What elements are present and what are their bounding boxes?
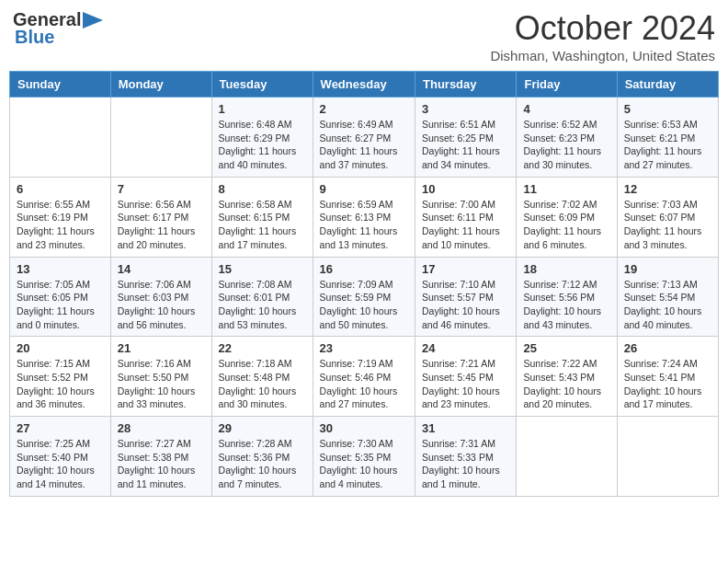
day-info: Sunrise: 7:16 AM Sunset: 5:50 PM Dayligh… <box>118 357 205 411</box>
calendar-cell: 1Sunrise: 6:48 AM Sunset: 6:29 PM Daylig… <box>211 98 313 178</box>
logo-arrow-icon <box>83 12 103 29</box>
day-number: 1 <box>219 102 306 116</box>
day-info: Sunrise: 7:02 AM Sunset: 6:09 PM Dayligh… <box>523 198 609 252</box>
day-number: 10 <box>422 182 509 196</box>
day-number: 28 <box>118 421 205 435</box>
day-info: Sunrise: 6:56 AM Sunset: 6:17 PM Dayligh… <box>118 198 205 252</box>
location-subtitle: Dishman, Washington, United States <box>490 48 715 63</box>
calendar-cell: 25Sunrise: 7:22 AM Sunset: 5:43 PM Dayli… <box>517 337 617 417</box>
calendar-cell: 11Sunrise: 7:02 AM Sunset: 6:09 PM Dayli… <box>517 177 617 257</box>
day-info: Sunrise: 7:09 AM Sunset: 5:59 PM Dayligh… <box>320 278 408 332</box>
day-number: 22 <box>219 341 306 355</box>
page-header: General Blue October 2024 Dishman, Washi… <box>9 9 719 63</box>
day-number: 14 <box>118 262 205 276</box>
calendar-week-row: 6Sunrise: 6:55 AM Sunset: 6:19 PM Daylig… <box>10 177 719 257</box>
calendar-week-row: 1Sunrise: 6:48 AM Sunset: 6:29 PM Daylig… <box>10 98 719 178</box>
calendar-cell: 31Sunrise: 7:31 AM Sunset: 5:33 PM Dayli… <box>415 417 517 497</box>
day-number: 29 <box>219 421 306 435</box>
calendar-cell: 26Sunrise: 7:24 AM Sunset: 5:41 PM Dayli… <box>617 337 718 417</box>
day-number: 4 <box>523 102 609 116</box>
weekday-header-friday: Friday <box>517 72 617 98</box>
day-number: 9 <box>320 182 408 196</box>
day-number: 15 <box>219 262 306 276</box>
calendar-table: SundayMondayTuesdayWednesdayThursdayFrid… <box>9 71 719 497</box>
day-info: Sunrise: 6:52 AM Sunset: 6:23 PM Dayligh… <box>523 118 609 172</box>
weekday-header-wednesday: Wednesday <box>313 72 415 98</box>
calendar-cell: 23Sunrise: 7:19 AM Sunset: 5:46 PM Dayli… <box>313 337 415 417</box>
calendar-cell: 14Sunrise: 7:06 AM Sunset: 6:03 PM Dayli… <box>110 257 211 337</box>
day-number: 24 <box>422 341 509 355</box>
calendar-cell: 22Sunrise: 7:18 AM Sunset: 5:48 PM Dayli… <box>211 337 313 417</box>
calendar-cell: 21Sunrise: 7:16 AM Sunset: 5:50 PM Dayli… <box>110 337 211 417</box>
day-info: Sunrise: 7:22 AM Sunset: 5:43 PM Dayligh… <box>523 357 609 411</box>
day-info: Sunrise: 7:25 AM Sunset: 5:40 PM Dayligh… <box>17 437 104 491</box>
day-info: Sunrise: 6:59 AM Sunset: 6:13 PM Dayligh… <box>320 198 408 252</box>
day-info: Sunrise: 6:51 AM Sunset: 6:25 PM Dayligh… <box>422 118 509 172</box>
day-number: 30 <box>320 421 408 435</box>
weekday-header-monday: Monday <box>110 72 211 98</box>
calendar-cell: 15Sunrise: 7:08 AM Sunset: 6:01 PM Dayli… <box>211 257 313 337</box>
calendar-cell <box>10 98 111 178</box>
calendar-cell: 2Sunrise: 6:49 AM Sunset: 6:27 PM Daylig… <box>313 98 415 178</box>
calendar-cell: 7Sunrise: 6:56 AM Sunset: 6:17 PM Daylig… <box>110 177 211 257</box>
day-number: 2 <box>320 102 408 116</box>
calendar-cell: 9Sunrise: 6:59 AM Sunset: 6:13 PM Daylig… <box>313 177 415 257</box>
calendar-cell: 17Sunrise: 7:10 AM Sunset: 5:57 PM Dayli… <box>415 257 517 337</box>
day-info: Sunrise: 6:49 AM Sunset: 6:27 PM Dayligh… <box>320 118 408 172</box>
calendar-cell: 24Sunrise: 7:21 AM Sunset: 5:45 PM Dayli… <box>415 337 517 417</box>
day-number: 12 <box>624 182 711 196</box>
day-number: 11 <box>523 182 609 196</box>
calendar-cell: 8Sunrise: 6:58 AM Sunset: 6:15 PM Daylig… <box>211 177 313 257</box>
day-info: Sunrise: 7:31 AM Sunset: 5:33 PM Dayligh… <box>422 437 509 491</box>
day-info: Sunrise: 7:19 AM Sunset: 5:46 PM Dayligh… <box>320 357 408 411</box>
day-info: Sunrise: 7:24 AM Sunset: 5:41 PM Dayligh… <box>624 357 711 411</box>
calendar-cell <box>517 417 617 497</box>
day-info: Sunrise: 7:30 AM Sunset: 5:35 PM Dayligh… <box>320 437 408 491</box>
logo-blue-text: Blue <box>15 27 54 48</box>
day-info: Sunrise: 7:08 AM Sunset: 6:01 PM Dayligh… <box>219 278 306 332</box>
day-number: 27 <box>17 421 104 435</box>
day-number: 5 <box>624 102 711 116</box>
calendar-cell: 13Sunrise: 7:05 AM Sunset: 6:05 PM Dayli… <box>10 257 111 337</box>
day-info: Sunrise: 7:21 AM Sunset: 5:45 PM Dayligh… <box>422 357 509 411</box>
calendar-cell: 10Sunrise: 7:00 AM Sunset: 6:11 PM Dayli… <box>415 177 517 257</box>
day-info: Sunrise: 7:06 AM Sunset: 6:03 PM Dayligh… <box>118 278 205 332</box>
day-number: 26 <box>624 341 711 355</box>
day-info: Sunrise: 7:05 AM Sunset: 6:05 PM Dayligh… <box>17 278 104 332</box>
day-info: Sunrise: 7:00 AM Sunset: 6:11 PM Dayligh… <box>422 198 509 252</box>
calendar-cell: 4Sunrise: 6:52 AM Sunset: 6:23 PM Daylig… <box>517 98 617 178</box>
day-info: Sunrise: 7:18 AM Sunset: 5:48 PM Dayligh… <box>219 357 306 411</box>
month-title: October 2024 <box>490 9 715 48</box>
logo: General Blue <box>13 9 103 48</box>
day-info: Sunrise: 6:48 AM Sunset: 6:29 PM Dayligh… <box>219 118 306 172</box>
day-info: Sunrise: 7:10 AM Sunset: 5:57 PM Dayligh… <box>422 278 509 332</box>
calendar-cell: 6Sunrise: 6:55 AM Sunset: 6:19 PM Daylig… <box>10 177 111 257</box>
day-info: Sunrise: 7:28 AM Sunset: 5:36 PM Dayligh… <box>219 437 306 491</box>
title-section: October 2024 Dishman, Washington, United… <box>490 9 715 63</box>
calendar-cell: 3Sunrise: 6:51 AM Sunset: 6:25 PM Daylig… <box>415 98 517 178</box>
day-info: Sunrise: 6:58 AM Sunset: 6:15 PM Dayligh… <box>219 198 306 252</box>
calendar-cell: 27Sunrise: 7:25 AM Sunset: 5:40 PM Dayli… <box>10 417 111 497</box>
day-info: Sunrise: 7:13 AM Sunset: 5:54 PM Dayligh… <box>624 278 711 332</box>
day-info: Sunrise: 7:03 AM Sunset: 6:07 PM Dayligh… <box>624 198 711 252</box>
calendar-cell: 29Sunrise: 7:28 AM Sunset: 5:36 PM Dayli… <box>211 417 313 497</box>
calendar-cell: 5Sunrise: 6:53 AM Sunset: 6:21 PM Daylig… <box>617 98 718 178</box>
day-number: 17 <box>422 262 509 276</box>
day-number: 6 <box>17 182 104 196</box>
calendar-cell <box>110 98 211 178</box>
svg-marker-0 <box>83 12 103 29</box>
calendar-cell: 19Sunrise: 7:13 AM Sunset: 5:54 PM Dayli… <box>617 257 718 337</box>
day-number: 7 <box>118 182 205 196</box>
weekday-header-sunday: Sunday <box>10 72 111 98</box>
day-number: 8 <box>219 182 306 196</box>
day-number: 19 <box>624 262 711 276</box>
calendar-cell: 30Sunrise: 7:30 AM Sunset: 5:35 PM Dayli… <box>313 417 415 497</box>
calendar-cell: 18Sunrise: 7:12 AM Sunset: 5:56 PM Dayli… <box>517 257 617 337</box>
day-number: 20 <box>17 341 104 355</box>
day-number: 25 <box>523 341 609 355</box>
day-number: 16 <box>320 262 408 276</box>
day-info: Sunrise: 7:15 AM Sunset: 5:52 PM Dayligh… <box>17 357 104 411</box>
calendar-week-row: 20Sunrise: 7:15 AM Sunset: 5:52 PM Dayli… <box>10 337 719 417</box>
day-number: 18 <box>523 262 609 276</box>
day-number: 31 <box>422 421 509 435</box>
